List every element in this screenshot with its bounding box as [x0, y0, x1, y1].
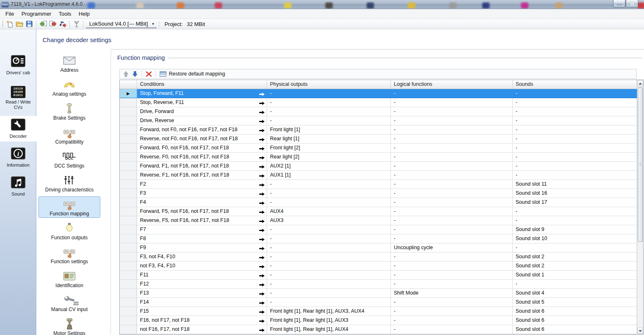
cell-sounds[interactable]: - — [513, 162, 637, 171]
category-item-analog-settings[interactable]: Analog settings — [38, 77, 100, 98]
cell-conditions[interactable]: F13 — [137, 289, 267, 298]
table-row[interactable]: F8--Sound slot 10 — [120, 234, 643, 243]
cell-physical-outputs[interactable]: - — [267, 289, 391, 298]
column-header-sounds[interactable]: Sounds — [513, 80, 637, 89]
cell-logical-functions[interactable]: - — [391, 234, 513, 243]
write-sound-button[interactable] — [58, 19, 68, 28]
cell-conditions[interactable]: Reverse, F1, not F16, not F17, not F18 — [137, 171, 267, 180]
cell-logical-functions[interactable]: - — [391, 171, 513, 180]
row-selector[interactable] — [120, 98, 137, 107]
table-row[interactable]: F9-Uncoupling cycle- — [120, 243, 643, 252]
cell-logical-functions[interactable]: - — [391, 298, 513, 307]
cell-sounds[interactable]: Sound slot 11 — [513, 180, 637, 189]
restore-button[interactable] — [626, 0, 638, 7]
cell-sounds[interactable]: - — [513, 107, 637, 116]
read-decoder-button[interactable] — [38, 19, 48, 28]
cell-conditions[interactable]: Forward, F5, not F16, not F17, not F18 — [137, 207, 267, 216]
cell-conditions[interactable]: F3, not F4, F10 — [137, 252, 267, 262]
row-selector[interactable] — [120, 125, 137, 134]
table-row[interactable]: F12--- — [120, 280, 643, 289]
cell-conditions[interactable]: F9 — [137, 243, 267, 252]
row-selector[interactable] — [120, 134, 137, 144]
cell-conditions[interactable]: Reverse, not F0, not F16, not F17, not F… — [137, 134, 267, 144]
row-selector[interactable] — [120, 262, 137, 271]
write-decoder-button[interactable] — [48, 19, 58, 28]
cell-conditions[interactable]: Forward, F0, not F16, not F17, not F18 — [137, 144, 267, 153]
cell-physical-outputs[interactable]: Front light [1], Rear light [1], AUX3 — [267, 316, 391, 325]
column-header-logical-functions[interactable]: Logical functions — [391, 80, 513, 89]
row-selector[interactable] — [120, 280, 137, 289]
cell-logical-functions[interactable]: - — [391, 180, 513, 189]
sidebar-item-drivers-cab[interactable]: Drivers' cab — [0, 52, 36, 78]
cell-logical-functions[interactable]: - — [391, 125, 513, 134]
menu-programmer[interactable]: Programmer — [18, 9, 55, 18]
cell-sounds[interactable]: - — [513, 134, 637, 144]
menu-help[interactable]: Help — [75, 9, 94, 18]
cell-sounds[interactable]: - — [513, 280, 637, 289]
row-selector[interactable] — [120, 289, 137, 298]
category-item-function-outputs[interactable]: Function outputs — [38, 220, 100, 242]
cell-conditions[interactable]: not F16, F17, not F18 — [137, 325, 267, 334]
table-row[interactable]: F15Front light [1], Rear light [1], AUX3… — [120, 307, 643, 316]
cell-physical-outputs[interactable]: - — [267, 89, 391, 98]
new-file-button[interactable] — [5, 19, 14, 28]
column-header-physical-outputs[interactable]: Physical outputs — [267, 80, 391, 89]
cell-sounds[interactable]: Sound slot 4 — [513, 289, 637, 298]
row-selector[interactable] — [120, 325, 137, 334]
table-row[interactable]: F2--Sound slot 11 — [120, 180, 643, 189]
cell-physical-outputs[interactable]: Front light [1] — [267, 125, 391, 134]
cell-conditions[interactable]: F7 — [137, 225, 267, 234]
cell-conditions[interactable]: Stop, Reverse, F11 — [137, 98, 267, 107]
cell-conditions[interactable]: F16, not F17, not F18 — [137, 316, 267, 325]
category-item-address[interactable]: Address — [38, 53, 100, 74]
column-header-conditions[interactable]: Conditions — [137, 80, 267, 89]
cell-physical-outputs[interactable]: Front light [2] — [267, 144, 391, 153]
table-row[interactable]: Forward, F5, not F16, not F17, not F18AU… — [120, 207, 643, 216]
row-selector[interactable] — [120, 207, 137, 216]
cell-conditions[interactable]: F8 — [137, 234, 267, 243]
row-selector[interactable] — [120, 162, 137, 171]
row-selector[interactable] — [120, 243, 137, 252]
row-selector[interactable]: ▶ — [120, 89, 137, 98]
cell-physical-outputs[interactable]: AUX4 — [267, 207, 391, 216]
cell-physical-outputs[interactable]: - — [267, 180, 391, 189]
cell-physical-outputs[interactable]: Front light [1], Rear light [1], AUX4 — [267, 325, 391, 334]
move-up-button[interactable] — [121, 71, 130, 78]
row-selector[interactable] — [120, 316, 137, 325]
restore-default-mapping-button[interactable]: Restore default mapping — [158, 71, 227, 77]
table-row[interactable]: F14--Sound slot 5 — [120, 298, 643, 307]
cell-logical-functions[interactable]: - — [391, 307, 513, 316]
cell-sounds[interactable]: - — [513, 153, 637, 162]
cell-logical-functions[interactable]: Uncoupling cycle — [391, 243, 513, 252]
cell-conditions[interactable]: F14 — [137, 298, 267, 307]
category-item-manual-cv-input[interactable]: 10100110Manual CV input — [38, 292, 100, 314]
cell-conditions[interactable]: Reverse, F5, not F16, not F17, not F18 — [137, 216, 267, 225]
sidebar-item-decoder[interactable]: Decoder — [0, 116, 36, 142]
cell-logical-functions[interactable]: - — [391, 280, 513, 289]
row-selector[interactable] — [120, 307, 137, 316]
row-selector[interactable] — [120, 216, 137, 225]
row-selector[interactable] — [120, 298, 137, 307]
menu-tools[interactable]: Tools — [55, 9, 75, 18]
table-row[interactable]: F16, not F17, not F18Front light [1], Re… — [120, 316, 643, 325]
table-row[interactable]: Reverse, not F0, not F16, not F17, not F… — [120, 134, 643, 144]
cell-sounds[interactable]: Sound slot 5 — [513, 298, 637, 307]
cell-logical-functions[interactable]: - — [391, 216, 513, 225]
row-selector[interactable] — [120, 144, 137, 153]
cell-sounds[interactable]: - — [513, 125, 637, 134]
row-selector[interactable] — [120, 271, 137, 280]
move-down-button[interactable] — [130, 71, 140, 78]
cell-sounds[interactable]: Sound slot 16 — [513, 189, 637, 198]
row-selector[interactable] — [120, 153, 137, 162]
cell-logical-functions[interactable]: - — [391, 89, 513, 98]
cell-physical-outputs[interactable]: AUX1 [1] — [267, 171, 391, 180]
cell-sounds[interactable]: - — [513, 98, 637, 107]
minimize-button[interactable] — [613, 0, 625, 7]
cell-physical-outputs[interactable]: - — [267, 271, 391, 280]
cell-conditions[interactable]: F12 — [137, 280, 267, 289]
cell-logical-functions[interactable]: - — [391, 271, 513, 280]
table-scrollbar[interactable] — [637, 80, 643, 334]
cell-physical-outputs[interactable]: Front light [1], Rear light [1], AUX3, A… — [267, 307, 391, 316]
cell-logical-functions[interactable]: - — [391, 198, 513, 207]
cell-logical-functions[interactable]: - — [391, 144, 513, 153]
